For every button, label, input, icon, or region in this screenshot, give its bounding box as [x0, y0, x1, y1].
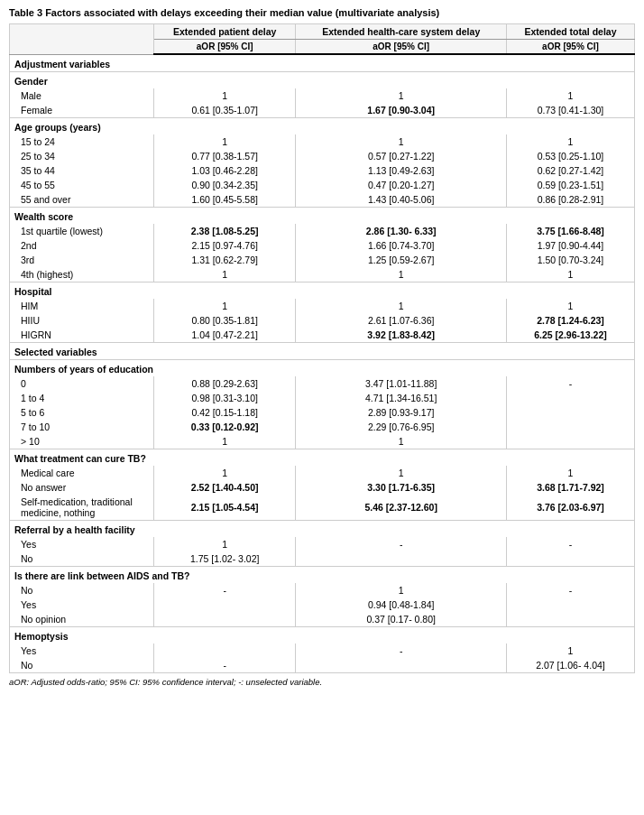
col3-cell: 2.78 [1.24-6.23]	[506, 313, 634, 328]
section-label-row: Numbers of years of education	[10, 360, 635, 377]
col1-cell: 1	[154, 299, 296, 313]
table-row: 45 to 550.90 [0.34-2.35]0.47 [0.20-1.27]…	[10, 178, 635, 192]
variable-cell: 4th (highest)	[10, 267, 154, 282]
table-row: 3rd1.31 [0.62-2.79]1.25 [0.59-2.67]1.50 …	[10, 253, 635, 267]
col3-cell: 0.53 [0.25-1.10]	[506, 149, 634, 163]
variable-cell: No opinion	[10, 612, 154, 627]
col2-cell: 1	[296, 88, 507, 103]
table-row: No-1-	[10, 583, 635, 597]
col1-cell: 0.90 [0.34-2.35]	[154, 178, 296, 192]
col3-cell: 1	[506, 134, 634, 149]
col1-header: Extended patient delay	[154, 24, 296, 40]
col3-header: Extended total delay	[506, 24, 634, 40]
table-row: Male111	[10, 88, 635, 103]
col1-cell: 0.88 [0.29-2.63]	[154, 376, 296, 391]
col1-cell: 1	[154, 537, 296, 551]
section-label-cell: Age groups (years)	[10, 118, 635, 135]
col2-cell: 1	[296, 267, 507, 282]
table-row: 2nd2.15 [0.97-4.76]1.66 [0.74-3.70]1.97 …	[10, 238, 635, 253]
col2-cell: 1.13 [0.49-2.63]	[296, 163, 507, 178]
col1-cell: 1	[154, 88, 296, 103]
col1-subheader: aOR [95% CI]	[154, 40, 296, 55]
section-label-row: Wealth score	[10, 208, 635, 225]
section-label-row: Gender	[10, 72, 635, 89]
table-row: Yes1--	[10, 537, 635, 551]
col3-cell: -	[506, 537, 634, 551]
col3-cell: 0.62 [0.27-1.42]	[506, 163, 634, 178]
variable-cell: Medical care	[10, 466, 154, 480]
variable-cell: Female	[10, 103, 154, 118]
variable-cell: > 10	[10, 434, 154, 449]
variable-cell: 55 and over	[10, 192, 154, 208]
variable-cell: Yes	[10, 597, 154, 612]
col1-cell: 1	[154, 267, 296, 282]
main-table: Extended patient delay Extended health-c…	[9, 23, 635, 673]
section-label-cell: Wealth score	[10, 208, 635, 225]
col1-cell: 0.33 [0.12-0.92]	[154, 420, 296, 434]
table-row: > 1011	[10, 434, 635, 449]
col3-cell	[506, 612, 634, 627]
col1-cell: 0.80 [0.35-1.81]	[154, 313, 296, 328]
col2-cell: 1	[296, 583, 507, 597]
variable-header	[10, 24, 154, 55]
variable-cell: 25 to 34	[10, 149, 154, 163]
col1-cell: 1.03 [0.46-2.28]	[154, 163, 296, 178]
col2-cell: 1	[296, 299, 507, 313]
col3-cell: 1	[506, 466, 634, 480]
col3-cell: 3.68 [1.71-7.92]	[506, 480, 634, 495]
col2-cell	[296, 551, 507, 567]
col2-subheader: aOR [95% CI]	[296, 40, 507, 55]
variable-cell: HIGRN	[10, 328, 154, 343]
col2-cell: 1	[296, 434, 507, 449]
col1-cell: 1.04 [0.47-2.21]	[154, 328, 296, 343]
col2-cell: 5.46 [2.37-12.60]	[296, 495, 507, 521]
table-row: Medical care111	[10, 466, 635, 480]
table-row: 1 to 40.98 [0.31-3.10]4.71 [1.34-16.51]	[10, 391, 635, 405]
col3-cell: 1.50 [0.70-3.24]	[506, 253, 634, 267]
col3-cell	[506, 405, 634, 420]
col1-cell: -	[154, 583, 296, 597]
table-row: No-2.07 [1.06- 4.04]	[10, 658, 635, 673]
section-label-cell: Selected variables	[10, 343, 635, 360]
col1-cell: 0.98 [0.31-3.10]	[154, 391, 296, 405]
col3-cell: 2.07 [1.06- 4.04]	[506, 658, 634, 673]
col2-cell: 1	[296, 466, 507, 480]
col1-cell: 0.77 [0.38-1.57]	[154, 149, 296, 163]
variable-cell: HIIU	[10, 313, 154, 328]
footnote: aOR: Adjusted odds-ratio; 95% CI: 95% co…	[9, 677, 635, 687]
section-label-row: Age groups (years)	[10, 118, 635, 135]
col3-cell: 1	[506, 299, 634, 313]
col1-cell: 1.75 [1.02- 3.02]	[154, 551, 296, 567]
variable-cell: 0	[10, 376, 154, 391]
variable-cell: No	[10, 583, 154, 597]
col2-cell: 1.43 [0.40-5.06]	[296, 192, 507, 208]
col2-cell: 1.25 [0.59-2.67]	[296, 253, 507, 267]
col1-cell	[154, 597, 296, 612]
col2-cell: 2.61 [1.07-6.36]	[296, 313, 507, 328]
col2-cell: 0.47 [0.20-1.27]	[296, 178, 507, 192]
table-row: 25 to 340.77 [0.38-1.57]0.57 [0.27-1.22]…	[10, 149, 635, 163]
variable-cell: Yes	[10, 644, 154, 658]
table-row: 35 to 441.03 [0.46-2.28]1.13 [0.49-2.63]…	[10, 163, 635, 178]
col3-cell	[506, 434, 634, 449]
variable-cell: No answer	[10, 480, 154, 495]
col3-cell	[506, 597, 634, 612]
variable-cell: 35 to 44	[10, 163, 154, 178]
col3-subheader: aOR [95% CI]	[506, 40, 634, 55]
header-row-1: Extended patient delay Extended health-c…	[10, 24, 635, 40]
variable-cell: 5 to 6	[10, 405, 154, 420]
col3-cell: 0.86 [0.28-2.91]	[506, 192, 634, 208]
section-label-cell: Gender	[10, 72, 635, 89]
col2-cell: 2.86 [1.30- 6.33]	[296, 224, 507, 238]
table-row: 55 and over1.60 [0.45-5.58]1.43 [0.40-5.…	[10, 192, 635, 208]
col2-cell: 0.37 [0.17- 0.80]	[296, 612, 507, 627]
variable-cell: 1st quartile (lowest)	[10, 224, 154, 238]
col3-cell: 0.59 [0.23-1.51]	[506, 178, 634, 192]
col2-cell: 2.29 [0.76-6.95]	[296, 420, 507, 434]
col2-cell: 3.47 [1.01-11.88]	[296, 376, 507, 391]
col3-cell: 6.25 [2.96-13.22]	[506, 328, 634, 343]
col3-cell	[506, 391, 634, 405]
col3-cell	[506, 551, 634, 567]
col2-cell: 4.71 [1.34-16.51]	[296, 391, 507, 405]
table-row: Female0.61 [0.35-1.07]1.67 [0.90-3.04]0.…	[10, 103, 635, 118]
